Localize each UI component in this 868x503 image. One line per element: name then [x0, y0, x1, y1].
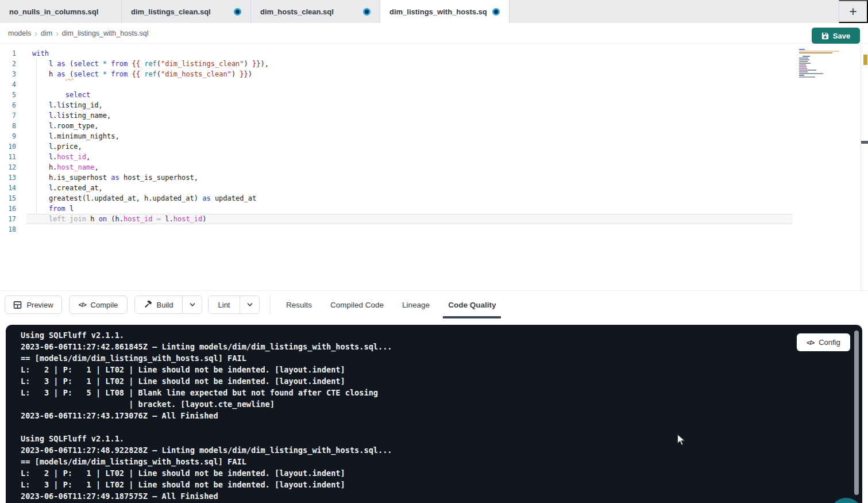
code-token: as [202, 194, 210, 202]
breadcrumb-item[interactable]: models [8, 29, 31, 37]
build-dropdown-button[interactable] [183, 296, 202, 313]
code-line[interactable]: 1with [0, 48, 868, 59]
code-line[interactable]: 18 [0, 224, 868, 235]
terminal-line: == [models/dim/dim_listings_with_hosts.s… [21, 456, 392, 467]
terminal-line: 2023-06-06T11:27:49.187575Z — All Finish… [21, 490, 392, 502]
line-number: 18 [0, 224, 16, 235]
editor-file-tab[interactable]: dim_hosts_clean.sql [251, 0, 380, 23]
code-token: ref [144, 70, 157, 78]
config-button[interactable]: </> Config [797, 333, 850, 351]
code-line[interactable]: 9 l.minimum_nights, [0, 131, 868, 141]
line-number: 11 [0, 152, 16, 162]
file-tab-label: dim_hosts_clean.sql [260, 7, 357, 16]
breadcrumb: models›dim›dim_listings_with_hosts.sql [7, 29, 150, 38]
code-token: select [65, 91, 90, 99]
lint-dropdown-button[interactable] [240, 296, 259, 313]
minimap-line [799, 73, 842, 74]
code-token: select [74, 60, 98, 68]
editor-file-tab[interactable]: dim_listings_clean.sql [122, 0, 251, 23]
code-token: greatest(l.updated_at, h.updated_at) [32, 194, 202, 202]
editor-file-tab[interactable]: no_nulls_in_columns.sql [0, 0, 122, 23]
code-line[interactable]: 15 greatest(l.updated_at, h.updated_at) … [0, 193, 868, 203]
new-tab-button[interactable]: + [839, 0, 868, 23]
code-token: host_id [124, 215, 153, 223]
terminal-line: 2023-06-06T11:27:42.861845Z — Linting mo… [21, 341, 392, 352]
minimap[interactable] [799, 49, 842, 78]
code-token: {{ [132, 70, 140, 78]
code-line[interactable]: 7 l.listing_name, [0, 110, 868, 121]
minimap-line [799, 66, 842, 67]
code-text: l as (select * from {{ ref("dim_listings… [26, 59, 793, 69]
code-token: , [94, 163, 98, 171]
lint-button-group: Lint [208, 295, 260, 314]
overview-ruler-cursor-marker[interactable] [861, 141, 868, 144]
file-tab-bar: no_nulls_in_columns.sqldim_listings_clea… [0, 0, 868, 23]
code-line[interactable]: 11 l.host_id, [0, 152, 868, 162]
editor-file-tab[interactable]: dim_listings_with_hosts.sql [380, 0, 510, 23]
breadcrumb-item[interactable]: dim [41, 29, 52, 37]
panel-tab-code-quality[interactable]: Code Quality [447, 291, 496, 318]
compile-button[interactable]: </> Compile [69, 295, 128, 314]
code-token: h. [32, 163, 57, 171]
modified-dot-icon [234, 8, 241, 16]
code-line[interactable]: 6 l.listing_id, [0, 100, 868, 110]
code-line[interactable]: 13 h.is_superhost as host_is_superhost, [0, 172, 868, 183]
code-token: host_is_superhost, [119, 174, 198, 182]
compile-button-label: Compile [91, 301, 118, 309]
tab-strip: no_nulls_in_columns.sqldim_listings_clea… [0, 0, 510, 23]
build-button-label: Build [157, 301, 173, 309]
line-number: 15 [0, 193, 16, 203]
breadcrumb-separator-icon: › [56, 29, 59, 38]
terminal-line: L: 2 | P: 1 | LT02 | Line should not be … [21, 364, 392, 375]
terminal-line: L: 2 | P: 1 | LT02 | Line should not be … [21, 467, 392, 479]
panel-tab-lineage[interactable]: Lineage [402, 291, 430, 318]
line-number: 14 [0, 183, 16, 193]
code-token: ) [202, 215, 206, 223]
code-token: host_id [57, 153, 86, 161]
breadcrumb-bar: models›dim›dim_listings_with_hosts.sql [0, 23, 868, 44]
minimap-line [799, 56, 842, 57]
table-grid-icon [13, 301, 22, 309]
code-token: ( [65, 60, 74, 68]
code-token: ) [232, 70, 240, 78]
mouse-cursor [677, 433, 686, 449]
code-line[interactable]: 16 from l [0, 203, 868, 214]
terminal-line: Using SQLFluff v2.1.1. [21, 433, 392, 444]
panel-tab-results[interactable]: Results [286, 291, 313, 318]
code-text: l.created_at, [26, 183, 793, 193]
code-line[interactable]: 12 h.host_name, [0, 162, 868, 172]
toolbar-divider [270, 294, 271, 315]
build-button[interactable]: Build [135, 296, 183, 313]
minimap-line [799, 76, 842, 78]
code-token: l.listing_id, [32, 101, 103, 109]
terminal-panel[interactable]: Using SQLFluff v2.1.1.2023-06-06T11:27:4… [6, 325, 862, 503]
code-text: l.price, [26, 141, 793, 152]
code-line[interactable]: 3 h as (select * from {{ ref("dim_hosts_… [0, 69, 868, 79]
code-editor[interactable]: 1with2 l as (select * from {{ ref("dim_l… [0, 44, 868, 290]
code-line[interactable]: 8 l.room_type, [0, 121, 868, 131]
code-line[interactable]: 10 l.price, [0, 141, 868, 152]
build-button-group: Build [134, 295, 202, 314]
code-line[interactable]: 14 l.created_at, [0, 183, 868, 193]
line-number: 6 [0, 100, 16, 110]
code-line[interactable]: 2 l as (select * from {{ ref("dim_listin… [0, 59, 868, 69]
code-token: l.listing_name, [32, 112, 111, 120]
code-line[interactable]: 4 [0, 79, 868, 90]
code-token: ), [260, 60, 268, 68]
code-line[interactable]: 5 select [0, 90, 868, 100]
line-number: 5 [0, 90, 16, 100]
lint-button[interactable]: Lint [209, 296, 240, 313]
terminal-scrollbar[interactable] [854, 331, 859, 495]
floppy-disk-icon [821, 32, 829, 40]
save-button[interactable]: Save [812, 28, 860, 44]
hammer-icon [144, 301, 152, 309]
panel-tab-compiled-code[interactable]: Compiled Code [330, 291, 384, 318]
terminal-line: | bracket. [layout.cte_newline] [21, 398, 392, 410]
code-line[interactable]: 17 left join h on (h.host_id = l.host_id… [0, 214, 868, 224]
terminal-line: == [models/dim/dim_listings_with_hosts.s… [21, 352, 392, 364]
code-token: updated_at [211, 194, 256, 202]
code-token: l [32, 60, 57, 68]
overview-ruler-warning-marker [863, 55, 867, 65]
preview-button[interactable]: Preview [5, 295, 62, 314]
breadcrumb-item[interactable]: dim_listings_with_hosts.sql [62, 29, 149, 37]
